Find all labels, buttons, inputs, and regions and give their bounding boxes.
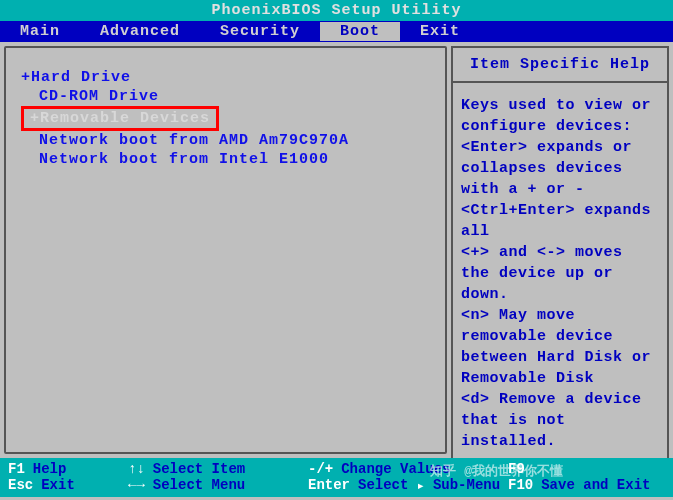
- menu-security[interactable]: Security: [200, 22, 320, 41]
- bios-title: PhoenixBIOS Setup Utility: [0, 0, 673, 21]
- menu-boot[interactable]: Boot: [320, 22, 400, 41]
- key-submenu-icon: ▸: [416, 477, 424, 494]
- footer-row-1: F1 Help ↑↓ Select Item -/+ Change Values…: [8, 461, 665, 477]
- label-select-item: Select Item: [153, 461, 245, 477]
- menu-exit[interactable]: Exit: [400, 22, 480, 41]
- label-select: Select: [358, 477, 408, 494]
- footer-row-2: Esc Exit ←→ Select Menu Enter Select ▸ S…: [8, 477, 665, 494]
- label-exit: Exit: [41, 477, 75, 494]
- boot-network-amd[interactable]: Network boot from AMD Am79C970A: [39, 131, 430, 150]
- boot-network-intel[interactable]: Network boot from Intel E1000: [39, 150, 430, 169]
- menu-advanced[interactable]: Advanced: [80, 22, 200, 41]
- key-esc: Esc: [8, 477, 33, 494]
- key-plusminus: -/+: [308, 461, 333, 477]
- watermark: 知乎 @我的世界你不懂: [430, 462, 563, 480]
- help-text: Keys used to view or configure devices:<…: [451, 83, 669, 466]
- label-select-menu: Select Menu: [153, 477, 245, 494]
- menu-main[interactable]: Main: [0, 22, 80, 41]
- footer-bar: F1 Help ↑↓ Select Item -/+ Change Values…: [0, 458, 673, 497]
- help-title: Item Specific Help: [451, 46, 669, 83]
- key-leftright: ←→: [128, 477, 145, 494]
- content-area: +Hard Drive CD-ROM Drive +Removable Devi…: [0, 42, 673, 458]
- boot-hard-drive[interactable]: +Hard Drive: [21, 68, 430, 87]
- menu-bar: Main Advanced Security Boot Exit: [0, 21, 673, 42]
- help-panel: Item Specific Help Keys used to view or …: [451, 46, 669, 454]
- key-f1: F1: [8, 461, 25, 477]
- key-updown: ↑↓: [128, 461, 145, 477]
- boot-cdrom[interactable]: CD-ROM Drive: [39, 87, 430, 106]
- key-enter: Enter: [308, 477, 350, 494]
- boot-device-list: +Hard Drive CD-ROM Drive +Removable Devi…: [4, 46, 447, 454]
- label-help: Help: [33, 461, 67, 477]
- boot-removable-devices[interactable]: +Removable Devices: [21, 106, 219, 131]
